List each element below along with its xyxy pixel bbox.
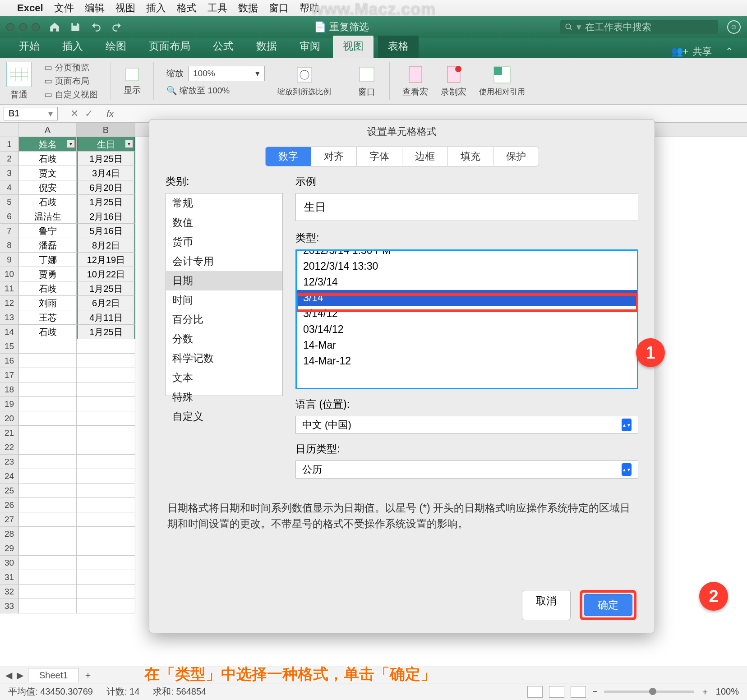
type-item[interactable]: 14-Mar — [297, 337, 637, 353]
type-item[interactable]: 14-Mar-12 — [297, 353, 637, 369]
menu-insert[interactable]: 插入 — [146, 1, 166, 15]
tab-formulas[interactable]: 公式 — [203, 36, 244, 58]
type-item[interactable]: 03/14/12 — [297, 322, 637, 337]
dialog-tab-边框[interactable]: 边框 — [402, 147, 448, 166]
category-item[interactable]: 文本 — [166, 368, 282, 387]
status-sum: 求和: 564854 — [153, 686, 206, 698]
add-sheet-button[interactable]: ＋ — [83, 669, 92, 681]
type-list[interactable]: 2012/3/14 1:30 PM2012/3/14 13:3012/3/143… — [295, 249, 638, 389]
dialog-tab-填充[interactable]: 填充 — [448, 147, 493, 166]
view-macros[interactable]: 查看宏 — [402, 64, 428, 98]
user-icon[interactable]: ☺ — [727, 20, 741, 34]
sheet-nav-prev[interactable]: ▶ — [17, 670, 23, 681]
type-item[interactable]: 2012/3/14 1:30 PM — [297, 249, 637, 258]
category-list[interactable]: 常规数值货币会计专用日期时间百分比分数科学记数文本特殊自定义 — [166, 193, 283, 396]
category-item[interactable]: 特殊 — [166, 387, 282, 407]
tab-layout[interactable]: 页面布局 — [139, 36, 200, 58]
category-item[interactable]: 分数 — [166, 329, 282, 349]
zoom-100-button[interactable]: 🔍 缩放至 100% — [166, 85, 265, 97]
category-item[interactable]: 日期 — [166, 271, 282, 290]
format-description: 日期格式将日期和时间系列数值显示为日期值。以星号 (*) 开头的日期格式响应操作… — [149, 487, 655, 531]
confirm-icon[interactable]: ✓ — [85, 108, 93, 120]
tab-table[interactable]: 表格 — [378, 36, 419, 58]
zoom-to-selection[interactable]: 缩放到所选比例 — [277, 65, 331, 97]
zoom-selection-icon — [295, 65, 314, 85]
type-item[interactable]: 3/14/12 — [297, 306, 637, 322]
category-item[interactable]: 货币 — [166, 232, 282, 252]
svg-point-13 — [455, 66, 461, 72]
ribbon: 普通 ▭ 分页预览 ▭ 页面布局 ▭ 自定义视图 显示 缩放 100%▾ 🔍 缩… — [0, 58, 747, 105]
search-field[interactable]: ▾ 在工作表中搜索 — [560, 20, 718, 34]
menu-tools[interactable]: 工具 — [208, 1, 227, 15]
worksheet[interactable]: A B 1姓名▾生日▾2石歧1月25日3贾文3月4日4倪安6月20日5石歧1月2… — [0, 123, 144, 667]
page-layout-view[interactable]: ▭ 页面布局 — [44, 75, 98, 87]
menu-view[interactable]: 视图 — [115, 1, 135, 15]
dialog-tab-字体[interactable]: 字体 — [357, 147, 402, 166]
custom-views[interactable]: ▭ 自定义视图 — [44, 89, 98, 101]
sheet-nav-first[interactable]: ◀ — [5, 670, 12, 681]
record-macro[interactable]: 录制宏 — [441, 64, 466, 98]
zoom-label: 缩放 — [166, 68, 184, 79]
redo-icon[interactable] — [111, 21, 123, 33]
dialog-tab-对齐[interactable]: 对齐 — [311, 147, 357, 166]
zoom-in-button[interactable]: ＋ — [701, 686, 710, 698]
view-layout-icon[interactable] — [549, 686, 564, 698]
category-item[interactable]: 常规 — [166, 193, 282, 213]
home-icon[interactable] — [49, 21, 60, 33]
show-group[interactable]: 显示 — [124, 66, 141, 96]
tab-view[interactable]: 视图 — [333, 36, 374, 58]
normal-view-button[interactable]: 普通 — [6, 62, 32, 101]
category-item[interactable]: 数值 — [166, 213, 282, 232]
type-item[interactable]: 12/3/14 — [297, 274, 637, 290]
save-icon[interactable] — [69, 21, 81, 33]
category-item[interactable]: 自定义 — [166, 407, 282, 426]
menu-help[interactable]: 帮助 — [300, 1, 319, 15]
sheet-tab[interactable]: Sheet1 — [28, 668, 79, 682]
tab-home[interactable]: 开始 — [9, 36, 50, 58]
calendar-select[interactable]: 公历▲▼ — [295, 461, 638, 479]
col-header-a[interactable]: A — [19, 123, 77, 137]
undo-icon[interactable] — [90, 21, 102, 33]
app-name[interactable]: Excel — [17, 2, 43, 14]
name-box[interactable]: B1▾ — [4, 107, 58, 120]
category-item[interactable]: 科学记数 — [166, 349, 282, 368]
cancel-button[interactable]: 取消 — [522, 590, 571, 620]
menu-edit[interactable]: 编辑 — [85, 1, 105, 15]
menu-window[interactable]: 窗口 — [269, 1, 289, 15]
type-item[interactable]: 2012/3/14 13:30 — [297, 258, 637, 274]
view-options: ▭ 分页预览 ▭ 页面布局 ▭ 自定义视图 — [44, 62, 98, 101]
locale-select[interactable]: 中文 (中国)▲▼ — [295, 416, 638, 434]
dialog-tab-保护[interactable]: 保护 — [493, 147, 539, 166]
tab-data[interactable]: 数据 — [246, 36, 287, 58]
cancel-icon[interactable]: ✕ — [70, 108, 78, 120]
category-item[interactable]: 会计专用 — [166, 252, 282, 271]
tab-review[interactable]: 审阅 — [290, 36, 330, 58]
menu-format[interactable]: 格式 — [177, 1, 197, 15]
category-item[interactable]: 百分比 — [166, 310, 282, 329]
status-avg: 平均值: 43450.30769 — [8, 686, 93, 698]
view-normal-icon[interactable] — [527, 686, 543, 698]
tab-draw[interactable]: 绘图 — [96, 36, 136, 58]
dialog-tab-数字[interactable]: 数字 — [266, 147, 311, 166]
category-item[interactable]: 时间 — [166, 290, 282, 310]
traffic-lights[interactable] — [6, 23, 40, 31]
view-break-icon[interactable] — [571, 686, 586, 698]
type-item[interactable]: 3/14 — [297, 290, 637, 306]
tab-insert[interactable]: 插入 — [52, 36, 93, 58]
formula-controls[interactable]: ✕✓ — [61, 108, 102, 120]
window-group[interactable]: 窗口 — [357, 64, 377, 98]
select-all-corner[interactable] — [0, 123, 19, 137]
col-header-b[interactable]: B — [77, 123, 135, 137]
share-button[interactable]: 👥+ 共享 ⌃ — [671, 45, 738, 58]
zoom-out-button[interactable]: − — [592, 686, 598, 697]
use-relative-ref[interactable]: 使用相对引用 — [479, 65, 525, 97]
menu-data[interactable]: 数据 — [238, 1, 258, 15]
svg-rect-2 — [10, 68, 28, 81]
dialog-title: 设置单元格格式 — [149, 120, 655, 142]
page-break-preview[interactable]: ▭ 分页预览 — [44, 62, 98, 74]
menu-file[interactable]: 文件 — [54, 1, 74, 15]
zoom-slider[interactable] — [604, 691, 694, 693]
ok-button[interactable]: 确定 — [584, 594, 632, 616]
grid-icon — [10, 68, 28, 81]
zoom-select[interactable]: 100%▾ — [188, 66, 265, 81]
